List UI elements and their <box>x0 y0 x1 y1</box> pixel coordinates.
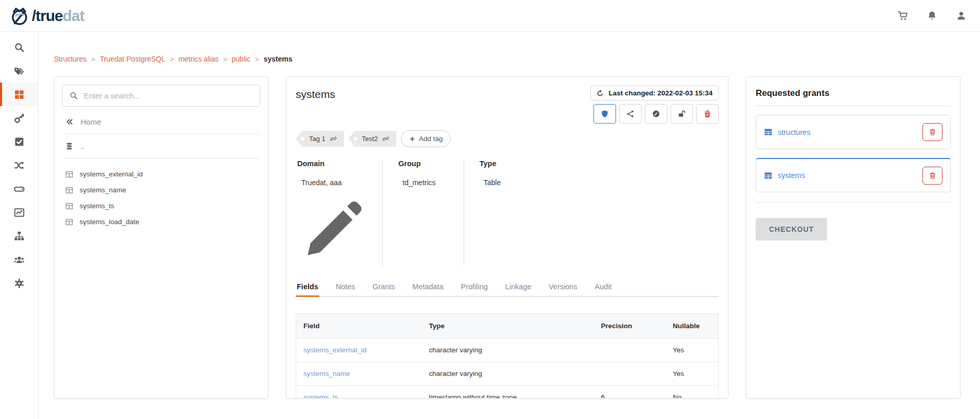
sidebar-item-settings[interactable] <box>0 271 38 295</box>
explorer-field-item[interactable]: systems_load_date <box>62 214 260 230</box>
tags-icon <box>14 66 25 76</box>
grant-link[interactable]: structures <box>764 128 811 136</box>
breadcrumb-structures[interactable]: Structures <box>54 55 87 63</box>
table-row: systems_external_id character varying Ye… <box>296 338 719 362</box>
notifications-bell-icon[interactable] <box>927 10 937 21</box>
requested-grants-panel: Requested grants structures systems <box>746 76 960 398</box>
share-button[interactable] <box>619 104 642 124</box>
tab-linkage[interactable]: Linkage <box>504 278 532 297</box>
profiling-gauge-button[interactable] <box>645 104 667 124</box>
column-header-field: Field <box>296 314 422 338</box>
cart-icon[interactable] <box>897 10 908 21</box>
field-precision <box>594 338 666 362</box>
search-icon <box>14 42 25 53</box>
database-icon <box>65 142 73 150</box>
users-icon <box>14 254 25 265</box>
field-label: systems_load_date <box>80 218 139 226</box>
tab-notes[interactable]: Notes <box>335 278 356 297</box>
logo-text-dark: /true <box>32 7 63 24</box>
tab-profiling[interactable]: Profiling <box>460 278 489 297</box>
grants-title: Requested grants <box>756 88 951 98</box>
breadcrumb-separator: > <box>255 55 259 63</box>
explorer-search-input[interactable] <box>84 91 253 100</box>
drive-icon <box>14 184 25 194</box>
meta-group: Group td_metrics <box>383 159 464 266</box>
table-columns-icon <box>65 170 73 178</box>
add-tag-label: Add tag <box>419 135 443 143</box>
breadcrumb: Structures > Truedat PostgreSQL > metric… <box>54 55 960 63</box>
trash-icon <box>703 110 712 118</box>
grant-item-systems: systems <box>756 158 951 192</box>
parent-node-label: .. <box>81 143 84 150</box>
sidebar-nav-rail <box>0 32 39 419</box>
meta-value: Table <box>479 178 501 187</box>
meta-value: td_metrics <box>398 178 448 187</box>
protect-button[interactable] <box>593 104 616 124</box>
tab-grants[interactable]: Grants <box>372 278 396 297</box>
tab-metadata[interactable]: Metadata <box>411 278 444 297</box>
remove-grant-button[interactable] <box>923 123 943 141</box>
last-changed-button[interactable]: Last changed: 2022-02-03 15:34 <box>590 86 719 101</box>
trash-icon <box>929 128 936 136</box>
grant-label: systems <box>778 171 805 179</box>
field-type: character varying <box>422 362 594 386</box>
field-type: character varying <box>422 338 594 362</box>
field-link[interactable]: systems_ts <box>303 393 338 398</box>
shield-icon <box>601 110 609 118</box>
logo-text-light: dat <box>63 7 84 24</box>
tag-label: Tag 1 <box>309 135 325 143</box>
plus-icon <box>409 136 415 142</box>
structure-action-bar <box>593 104 719 124</box>
chart-line-icon <box>14 207 25 218</box>
add-tag-button[interactable]: Add tag <box>401 130 451 147</box>
explorer-field-item[interactable]: systems_name <box>62 182 260 198</box>
column-header-precision: Precision <box>594 314 666 338</box>
explorer-field-item[interactable]: systems_ts <box>62 198 260 214</box>
truedat-logo[interactable]: /truedat <box>9 6 84 26</box>
tag-chip[interactable]: Test2 <box>349 131 396 147</box>
breadcrumb-schema[interactable]: public <box>232 55 251 63</box>
breadcrumb-separator: > <box>170 55 174 63</box>
sidebar-item-permissions[interactable] <box>0 106 38 130</box>
breadcrumb-current: systems <box>263 55 292 63</box>
unlock-button[interactable] <box>670 104 693 124</box>
structure-meta: Domain Truedat, aaa Group td_metrics Typ… <box>296 159 719 266</box>
fields-table-header: Field Type Precision Nullable <box>296 314 719 338</box>
tab-audit[interactable]: Audit <box>594 278 613 297</box>
explorer-search-box[interactable] <box>62 85 260 107</box>
sidebar-item-domains[interactable] <box>0 224 38 248</box>
sidebar-item-tags[interactable] <box>0 59 38 83</box>
field-link[interactable]: systems_external_id <box>303 346 367 354</box>
tab-fields[interactable]: Fields <box>296 278 319 297</box>
sidebar-item-search[interactable] <box>0 35 38 59</box>
explorer-field-item[interactable]: systems_external_id <box>62 166 260 182</box>
key-icon <box>14 113 25 124</box>
field-link[interactable]: systems_name <box>303 370 350 377</box>
checkout-button[interactable]: CHECKOUT <box>756 218 827 241</box>
sidebar-item-users[interactable] <box>0 248 38 271</box>
sidebar-item-structures[interactable] <box>0 83 38 106</box>
sidebar-item-lineage[interactable] <box>0 153 38 177</box>
grant-item-structures: structures <box>756 115 951 149</box>
meta-label: Group <box>398 159 448 168</box>
breadcrumb-database[interactable]: metrics alias <box>179 55 219 63</box>
sidebar-item-dashboards[interactable] <box>0 201 38 224</box>
grant-label: structures <box>778 128 811 136</box>
tag-chip[interactable]: Tag 1 <box>296 131 344 147</box>
breadcrumb-source[interactable]: Truedat PostgreSQL <box>100 55 165 63</box>
explorer-back-home[interactable]: Home <box>65 117 257 126</box>
breadcrumb-separator: > <box>223 55 227 63</box>
user-profile-icon[interactable] <box>956 10 967 21</box>
sidebar-item-quality[interactable] <box>0 130 38 153</box>
sidebar-item-systems[interactable] <box>0 177 38 201</box>
explorer-parent-node[interactable]: .. <box>65 142 257 150</box>
column-header-nullable: Nullable <box>666 314 719 338</box>
tab-versions[interactable]: Versions <box>548 278 579 297</box>
main-content: Structures > Truedat PostgreSQL > metric… <box>39 32 980 419</box>
grant-link[interactable]: systems <box>764 171 805 180</box>
edit-domain-pencil-icon[interactable] <box>297 196 367 266</box>
remove-grant-button[interactable] <box>923 167 943 185</box>
check-square-icon <box>14 136 25 147</box>
meta-domain: Domain Truedat, aaa <box>296 159 383 266</box>
delete-structure-button[interactable] <box>696 104 719 124</box>
